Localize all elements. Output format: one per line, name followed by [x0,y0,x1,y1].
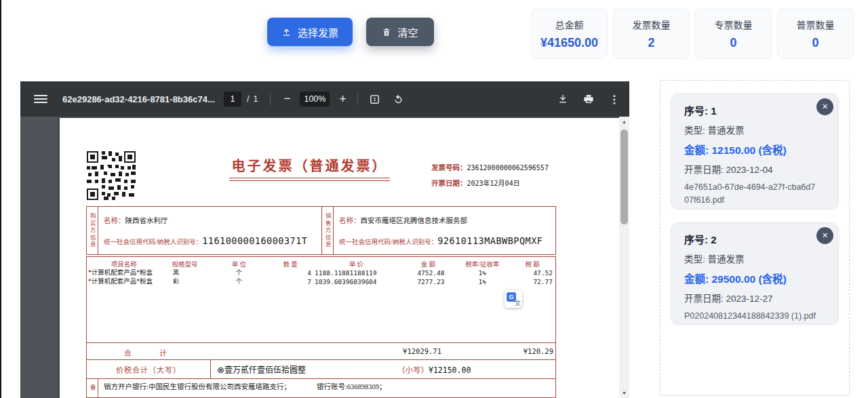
invoice-date-value: 2023年12月04日 [467,180,520,187]
card-amount: 金额: 12150.00 (含税) [684,142,828,157]
buyer-name-line: 名称：陕西省水利厅 [104,215,316,225]
small-label: （小写） [397,366,429,374]
page-number-input[interactable]: 1 [224,92,241,106]
pdf-toolbar: 62e29286-ad32-4216-8781-8b36c74... 1 / 1… [20,81,629,117]
pdf-content-area: 电子发票（普通发票） 发票号码：23612000000062596557 开票日… [20,117,629,398]
stat-value: ¥41650.00 [532,36,607,50]
total-row: 合 计 ¥12029.71 ¥120.29 [87,342,555,359]
pdf-filename: 62e29286-ad32-4216-8781-8b36c74... [62,94,224,104]
zoom-in-icon[interactable]: + [336,92,349,106]
invoice-date-line: 开票日期：2023年12月04日 [431,176,549,191]
zoom-out-icon[interactable]: − [280,92,294,106]
card-type: 类型: 普通发票 [684,123,828,136]
header-amount: 金 额 [401,259,456,268]
seller-name-line: 名称：西安市雁塔区兆腾信息技术服务部 [339,215,550,225]
stat-general-count: 普票数量 0 [777,8,854,59]
stat-special-count: 专票数量 0 [695,8,772,59]
grand-total-row: 价税合计（大写） ⊗壹万贰仟壹佰伍拾圆整 （小写）¥12150.00 [86,359,556,379]
header-price: 单 价 [311,259,401,268]
anti-tamper-icon: ⊗ [217,365,224,375]
select-invoice-button[interactable]: 选择发票 [267,18,353,46]
stat-value: 2 [614,36,689,50]
card-filename: P020240812344188842339 (1).pdf [684,310,820,323]
more-options-icon[interactable]: ⋮ [609,93,620,106]
name-label: 名称： [339,217,361,224]
invoice-date-label: 开票日期： [431,180,467,187]
card-seq: 序号: 2 [684,232,828,246]
remarks-cell: 备 [87,379,98,397]
buyer-section-cell: 购买方信息 [87,207,98,254]
bank-account: 银行账号:636898309； [317,383,387,391]
taxid-label: 统一社会信用代码/纳税人识别号： [339,239,437,245]
zoom-level-input[interactable]: 100% [300,92,330,106]
card-amount: 金额: 29500.00 (含税) [684,271,828,285]
fit-page-icon[interactable] [369,94,380,105]
toolbar-divider [357,93,358,105]
scrollbar-thumb[interactable] [620,130,628,224]
invoice-card-2[interactable]: ✕ 序号: 2 类型: 普通发票 金额: 29500.00 (含税) 开票日期:… [671,222,838,324]
seller-bank: 销方开户银行:中国民生银行股份有限公司西安雁塔路支行； [104,383,291,391]
select-invoice-label: 选择发票 [298,25,338,39]
card-type: 类型: 普通发票 [684,252,828,265]
close-icon[interactable]: ✕ [816,98,833,115]
pdf-scrollbar[interactable]: ▲ ▼ [619,117,629,398]
invoice-card-1[interactable]: ✕ 序号: 1 类型: 普通发票 金额: 12150.00 (含税) 开票日期:… [671,94,838,209]
upload-icon [281,27,292,37]
amount-in-words: 壹万贰仟壹佰伍拾圆整 [224,365,306,375]
header-unit: 单 位 [208,259,269,268]
pdf-viewer: 62e29286-ad32-4216-8781-8b36c74... 1 / 1… [20,81,629,398]
download-icon[interactable] [557,94,568,104]
translate-icon[interactable]: G 文 [505,290,522,308]
card-date: 开票日期: 2023-12-27 [684,291,828,304]
invoice-title-block: 电子发票（普通发票） [229,155,390,181]
scroll-down-icon[interactable]: ▼ [619,388,629,398]
total-amount: ¥12029.71 [403,347,441,355]
stat-label: 专票数量 [696,18,771,31]
stat-total-amount: 总金额 ¥41650.00 [531,8,608,59]
seller-section-cell: 销售方信息 [322,207,334,254]
name-label: 名称： [104,217,125,224]
total-label: 合 计 [124,347,168,358]
seller-taxid: 92610113MABWBPQMXF [437,235,542,246]
remarks-row: 备 销方开户银行:中国民生银行股份有限公司西安雁塔路支行；银行账号:636898… [86,378,556,398]
taxid-label: 统一社会信用代码/纳税人识别号： [104,239,202,245]
scroll-up-icon[interactable]: ▲ [619,117,629,127]
grand-total-number: ¥12150.00 [429,365,471,375]
header-item-name: 项目名称 [87,259,161,268]
total-tax: ¥120.29 [524,347,553,355]
stat-label: 发票数量 [614,18,689,31]
seller-info: 名称：西安市雁塔区兆腾信息技术服务部 统一社会信用代码/纳税人识别号：92610… [334,207,555,254]
seller-section-label: 销售方信息 [325,213,331,249]
header-qty: 数 量 [269,259,311,268]
app-window: 选择发票 清空 总金额 ¥41650.00 发票数量 2 专票数量 0 普票数量… [0,0,868,398]
seller-taxid-line: 统一社会信用代码/纳税人识别号：92610113MABWBPQMXF [339,235,550,246]
clear-button[interactable]: 清空 [366,18,434,46]
remarks-label: 备 [90,384,96,392]
item-table-header: 项目名称 规格型号 单 位 数 量 单 价 金 额 税率/征收率 税 额 [87,257,555,268]
buyer-taxid-line: 统一社会信用代码/纳税人识别号：11610000016000371T [104,235,316,246]
page-separator: / [247,94,249,104]
party-info-box: 购买方信息 名称：陕西省水利厅 统一社会信用代码/纳税人识别号：11610000… [86,206,556,255]
close-icon[interactable]: ✕ [816,227,833,244]
invoice-number-value: 23612000000062596557 [467,164,549,172]
buyer-taxid: 11610000016000371T [202,235,307,246]
menu-icon[interactable] [34,95,47,103]
card-filename: 4e7651a0-67de-4694-a27f-cba6d707f616.pdf [684,181,820,207]
print-icon[interactable] [583,94,594,104]
table-row: *计算机配套产品*粉盒 彩 个 7 1039.60396039604 7277.… [87,277,555,286]
clear-label: 清空 [397,25,418,39]
toolbar-divider [270,93,271,105]
header-tax-rate: 税率/征收率 [455,259,509,268]
qr-code [87,151,136,200]
header-spec: 规格型号 [161,259,209,268]
rotate-icon[interactable] [393,94,404,105]
stat-value: 0 [696,36,771,50]
buyer-info: 名称：陕西省水利厅 统一社会信用代码/纳税人识别号：11610000016000… [98,207,322,254]
window-left-border [0,0,1,398]
grand-total-number-line: （小写）¥12150.00 [397,364,471,375]
bank-info-line: 销方开户银行:中国民生银行股份有限公司西安雁塔路支行；银行账号:63689830… [98,379,555,397]
page-total: 1 [253,94,258,104]
card-seq: 序号: 1 [684,103,828,117]
card-date: 开票日期: 2023-12-04 [684,162,828,176]
stat-label: 总金额 [532,18,607,31]
